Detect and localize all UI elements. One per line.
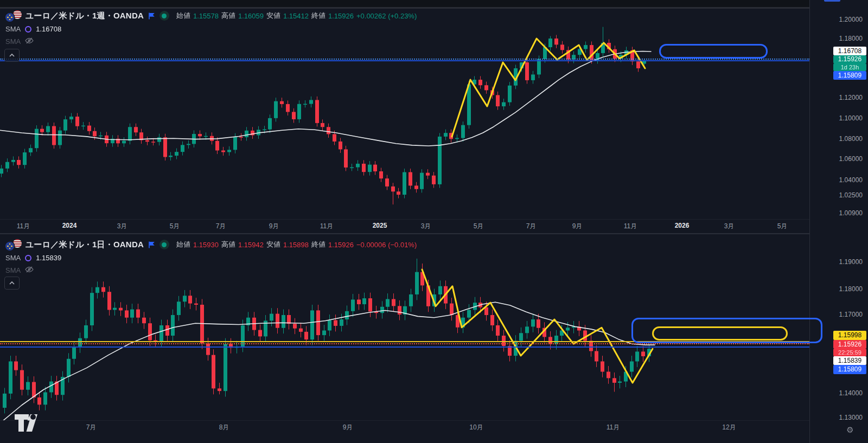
tradingview-multichart: ユーロ／米ドル・1週・OANDA 始値 1.15578 高値 1.16059 安… — [0, 0, 868, 443]
time-axis-label: 11月 — [624, 222, 637, 231]
horizontal-price-line[interactable] — [0, 346, 809, 348]
price-axis-tick: 1.10000 — [810, 114, 866, 122]
sma-loading-icon — [25, 255, 31, 261]
daily-symbol-title[interactable]: ユーロ／米ドル・1日・OANDA — [25, 240, 144, 250]
low-label: 安値 — [266, 11, 280, 21]
price-axis-tick: 1.13000 — [810, 414, 866, 421]
time-axis-label: 3月 — [421, 222, 431, 231]
price-axis-label: 1.15809 — [833, 365, 866, 374]
rectangle-drawing[interactable] — [659, 44, 768, 59]
time-axis-label: 5月 — [170, 222, 180, 231]
sma-value: 1.15839 — [36, 254, 61, 262]
high-value: 1.15942 — [238, 241, 264, 249]
sma-loading-icon — [25, 26, 31, 33]
time-axis-label: 9月 — [343, 423, 353, 432]
weekly-time-axis-separator — [0, 219, 868, 220]
price-axis-label: 22:25:59 — [833, 349, 866, 356]
open-value: 1.15930 — [193, 241, 219, 249]
price-axis-tick: 1.02500 — [810, 191, 866, 199]
time-axis-label: 11月 — [607, 423, 620, 432]
time-axis-label: 9月 — [269, 222, 279, 231]
market-open-status-icon[interactable] — [159, 11, 169, 21]
time-axis-label: 7月 — [526, 222, 537, 231]
eurusd-pair-logo-icon — [5, 239, 22, 251]
time-axis-label: 11月 — [320, 222, 333, 231]
daily-panel-header: ユーロ／米ドル・1日・OANDA 始値 1.15930 高値 1.15942 安… — [5, 237, 417, 277]
horizontal-price-line[interactable] — [0, 60, 809, 61]
time-axis-label: 2025 — [373, 222, 387, 229]
price-axis-tick: 1.12000 — [810, 94, 866, 101]
time-axis-label: 7月 — [216, 222, 226, 231]
top-pane-strip — [0, 0, 868, 7]
tradingview-logo[interactable] — [14, 412, 41, 436]
time-axis-label: 5月 — [474, 222, 484, 231]
high-label: 高値 — [221, 240, 235, 249]
high-value: 1.16059 — [238, 12, 264, 20]
time-axis-label: 9月 — [572, 222, 583, 231]
price-axis-label: 1.15998 — [833, 331, 866, 340]
flag-icon[interactable] — [148, 12, 156, 20]
time-axis-label: 2024 — [62, 222, 77, 229]
close-label: 終値 — [311, 240, 326, 249]
weekly-panel-header: ユーロ／米ドル・1週・OANDA 始値 1.15578 高値 1.16059 安… — [5, 9, 417, 48]
close-value: 1.15926 — [328, 241, 354, 249]
market-open-status-icon[interactable] — [159, 240, 169, 249]
high-label: 高値 — [221, 11, 235, 21]
low-label: 安値 — [266, 240, 280, 249]
price-axis-label: 1.15926 — [833, 55, 866, 63]
chart-split-divider[interactable] — [0, 233, 868, 234]
time-axis-label: 5月 — [777, 222, 788, 231]
price-axis-tick: 1.06000 — [810, 155, 866, 163]
price-axis-label: 1.15926 — [833, 340, 866, 349]
flag-icon[interactable] — [148, 241, 156, 249]
time-axis-label: 7月 — [86, 423, 97, 432]
sma-indicator-label[interactable]: SMA — [5, 25, 21, 33]
price-axis-tick: 1.19000 — [810, 258, 866, 266]
price-axis-tick: 1.20000 — [810, 16, 866, 23]
price-scale-settings-gear-icon[interactable]: ⚙ — [842, 425, 858, 435]
time-axis-label: 8月 — [219, 423, 229, 432]
time-axis-label: 11月 — [17, 222, 30, 231]
open-label: 始値 — [176, 240, 190, 249]
price-axis-tick: 1.18000 — [810, 285, 866, 293]
close-label: 終値 — [311, 11, 326, 21]
change-value: −0.00006 (−0.01%) — [356, 241, 417, 249]
price-axis-tick: 1.04000 — [810, 176, 866, 184]
eye-off-icon[interactable] — [25, 37, 34, 46]
time-axis-label: 12月 — [722, 423, 736, 432]
time-axis-label: 3月 — [117, 222, 127, 231]
time-axis-label: 2026 — [675, 222, 690, 229]
price-axis-label: 1.15809 — [833, 71, 866, 80]
open-label: 始値 — [176, 11, 190, 21]
daily-collapse-pane-button[interactable] — [4, 277, 20, 290]
price-axis-tick: 1.14000 — [810, 389, 866, 397]
price-axis-tick: 1.08000 — [810, 135, 866, 143]
price-axis-label: 1.16708 — [833, 47, 866, 55]
weekly-symbol-title[interactable]: ユーロ／米ドル・1週・OANDA — [25, 11, 144, 21]
sma-value: 1.16708 — [36, 25, 61, 33]
price-axis-tick: 1.17000 — [810, 311, 866, 318]
weekly-collapse-pane-button[interactable] — [4, 49, 20, 62]
close-value: 1.15926 — [328, 12, 354, 20]
price-axis-label: 1d 23h — [833, 63, 866, 71]
eye-off-icon[interactable] — [25, 266, 34, 275]
time-axis-label: 10月 — [469, 423, 483, 432]
clipped-price-label — [824, 0, 840, 2]
price-axis-label: 1.15839 — [833, 356, 866, 365]
sma2-indicator-label[interactable]: SMA — [5, 37, 21, 46]
sma-indicator-label[interactable]: SMA — [5, 254, 21, 262]
time-axis-label: 3月 — [724, 222, 735, 231]
change-value: +0.00262 (+0.23%) — [356, 12, 417, 20]
horizontal-price-line[interactable] — [0, 59, 809, 60]
open-value: 1.15578 — [193, 12, 219, 20]
daily-time-axis-separator — [0, 420, 868, 421]
price-axis-tick: 1.00900 — [810, 209, 866, 217]
low-value: 1.15898 — [283, 241, 309, 249]
sma2-indicator-label[interactable]: SMA — [5, 266, 21, 274]
rectangle-drawing[interactable] — [652, 326, 788, 341]
eurusd-pair-logo-icon — [5, 10, 22, 22]
low-value: 1.15412 — [283, 12, 309, 20]
price-axis-tick: 1.18000 — [810, 35, 866, 42]
horizontal-price-line[interactable] — [0, 343, 809, 344]
